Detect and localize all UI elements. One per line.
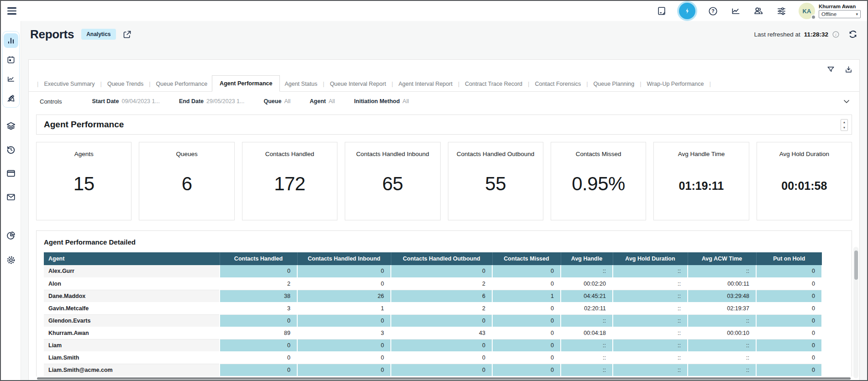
- vertical-scrollbar-thumb[interactable]: [854, 251, 858, 280]
- tab-queue-trends[interactable]: Queue Trends: [103, 77, 148, 91]
- sidebar-item-history[interactable]: [4, 142, 18, 157]
- filter-value: 29/05/2023 1...: [206, 98, 244, 104]
- sidebar-item-trends[interactable]: [4, 72, 18, 86]
- status-dropdown[interactable]: Offline ▾: [819, 10, 861, 18]
- kpi-value: 15: [74, 173, 95, 195]
- spinner-down-icon[interactable]: ▼: [841, 125, 847, 130]
- notes-icon[interactable]: [656, 5, 667, 16]
- detailed-section: Agent Performance Detailed AgentContacts…: [36, 230, 852, 376]
- tab-executive-summary[interactable]: Executive Summary: [39, 77, 99, 91]
- line-chart-icon: [6, 74, 16, 84]
- column-header-contacts-missed[interactable]: Contacts Missed: [492, 252, 561, 265]
- agent-name-cell: Khurram.Awan: [44, 327, 220, 339]
- refresh-icon[interactable]: [848, 29, 858, 39]
- column-header-avg-handle[interactable]: Avg Handle: [561, 252, 613, 265]
- tab-wrap-up-performance[interactable]: Wrap-Up Performance: [642, 77, 709, 91]
- column-header-contacts-handled-outbound[interactable]: Contacts Handled Outbound: [391, 252, 492, 265]
- sidebar-item-workspace[interactable]: [4, 166, 18, 181]
- tab-queue-planning[interactable]: Queue Planning: [589, 77, 639, 91]
- column-header-contacts-handled[interactable]: Contacts Handled: [220, 252, 297, 265]
- agents-icon[interactable]: [753, 5, 764, 16]
- sidebar-group-2: [4, 119, 18, 204]
- value-cell: 0: [220, 265, 297, 277]
- filter-agent[interactable]: AgentAll: [310, 98, 335, 104]
- pie-chart-icon: [6, 230, 16, 240]
- filter-end-date[interactable]: End Date29/05/2023 1...: [179, 98, 245, 104]
- column-header-put-on-hold[interactable]: Put on Hold: [756, 252, 822, 265]
- settings-sliders-icon[interactable]: [776, 5, 787, 16]
- tab-separator: |: [100, 80, 103, 91]
- tab-queue-performance[interactable]: Queue Performance: [152, 77, 212, 91]
- info-icon[interactable]: i: [832, 31, 840, 38]
- kpi-label: Agents: [74, 151, 94, 157]
- tab-agent-performance[interactable]: Agent Performance: [212, 75, 280, 92]
- tab-separator: |: [148, 80, 151, 91]
- sidebar-item-flows[interactable]: [4, 119, 18, 133]
- value-cell: ::: [613, 327, 688, 339]
- agent-name-cell: Liam: [44, 339, 220, 351]
- column-header-avg-hold-duration[interactable]: Avg Hold Duration: [613, 252, 688, 265]
- column-header-contacts-handled-inbound[interactable]: Contacts Handled Inbound: [297, 252, 391, 265]
- status-dot: [811, 15, 816, 20]
- history-icon: [6, 145, 16, 155]
- spinner-up-icon[interactable]: ▲: [841, 120, 847, 125]
- column-header-avg-acw-time[interactable]: Avg ACW Time: [688, 252, 756, 265]
- agent-name-cell: Alon: [44, 277, 220, 290]
- value-cell: ::: [688, 314, 756, 327]
- sidebar-item-mail[interactable]: [4, 190, 18, 204]
- value-cell: 0: [756, 314, 822, 327]
- tab-contact-forensics[interactable]: Contact Forensics: [530, 77, 585, 91]
- tab-agent-interval-report[interactable]: Agent Interval Report: [394, 77, 457, 91]
- tab-agent-status[interactable]: Agent Status: [280, 77, 322, 91]
- tab-contract-trace-record[interactable]: Contract Trace Record: [460, 77, 527, 91]
- sidebar-analytics-group: [2, 31, 20, 108]
- value-cell: 3: [220, 302, 297, 314]
- column-header-agent[interactable]: Agent: [44, 252, 220, 265]
- tab-separator: |: [457, 80, 460, 91]
- filter-icon[interactable]: [826, 65, 835, 74]
- filter-queue[interactable]: QueueAll: [263, 98, 290, 104]
- kpi-value: 172: [274, 173, 305, 195]
- value-cell: 38: [220, 290, 297, 302]
- hamburger-menu-icon[interactable]: [7, 5, 18, 16]
- value-cell: ::: [613, 265, 688, 277]
- value-cell: 2: [391, 277, 492, 290]
- download-icon[interactable]: [844, 65, 853, 74]
- kpi-row: Agents15Queues6Contacts Handled172Contac…: [36, 142, 852, 220]
- vertical-scrollbar[interactable]: [853, 247, 858, 378]
- sidebar-item-customize[interactable]: [4, 91, 18, 105]
- value-cell: 2: [391, 302, 492, 314]
- top-bar-actions: ?: [656, 1, 861, 21]
- horizontal-scrollbar[interactable]: [37, 377, 851, 380]
- controls-bar: Controls Start Date09/04/2023 1...End Da…: [29, 92, 859, 111]
- value-cell: 00:00:10: [688, 327, 756, 339]
- sidebar-item-reports[interactable]: [4, 33, 18, 48]
- filter-label: Initiation Method: [354, 98, 400, 104]
- boost-icon[interactable]: [679, 3, 695, 19]
- metrics-icon[interactable]: [730, 5, 741, 16]
- value-cell: 0: [391, 339, 492, 351]
- kpi-value: 6: [182, 173, 192, 195]
- value-cell: ::: [688, 364, 756, 376]
- value-cell: 0: [492, 327, 561, 339]
- section-title: Agent Performance: [44, 120, 124, 130]
- bar-chart-icon: [6, 36, 16, 45]
- kpi-value: 0.95%: [572, 173, 625, 195]
- sidebar-item-schedule[interactable]: [4, 52, 18, 67]
- value-cell: ::: [688, 339, 756, 351]
- filter-start-date[interactable]: Start Date09/04/2023 1...: [92, 98, 159, 104]
- sidebar-item-analytics[interactable]: [4, 228, 18, 243]
- avatar[interactable]: KA: [799, 3, 815, 19]
- value-cell: 0: [492, 265, 561, 277]
- help-icon[interactable]: ?: [707, 5, 718, 16]
- external-link-icon[interactable]: [122, 30, 132, 39]
- status-value: Offline: [821, 11, 836, 17]
- filter-initiation-method[interactable]: Initiation MethodAll: [354, 98, 409, 104]
- controls-expand-chevron[interactable]: [842, 97, 851, 106]
- value-cell: 0: [492, 314, 561, 327]
- sidebar-item-settings[interactable]: [4, 253, 18, 267]
- value-cell: ::: [561, 314, 613, 327]
- kpi-card-contacts-handled-outbound: Contacts Handled Outbound55: [448, 142, 543, 220]
- agent-name-cell: Dane.Maddox: [44, 290, 220, 302]
- tab-queue-interval-report[interactable]: Queue Interval Report: [325, 77, 390, 91]
